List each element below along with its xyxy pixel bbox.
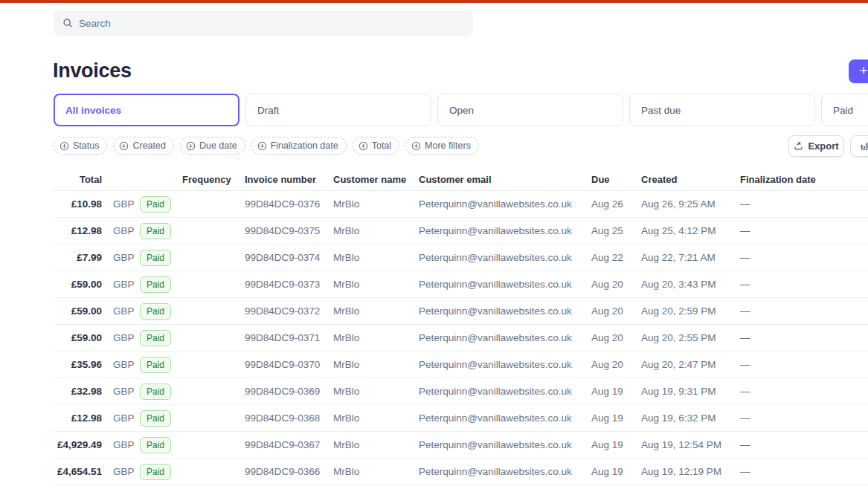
table-row[interactable]: £59.00 GBP Paid 99D84DC9-0371 MrBlo Pete…: [54, 325, 868, 352]
table-row[interactable]: £32.98 GBP Paid 99D84DC9-0369 MrBlo Pete…: [54, 378, 868, 405]
column-header-invoice-number: Invoice number: [245, 174, 333, 185]
tab-draft[interactable]: Draft: [245, 94, 431, 126]
column-header-frequency: Frequency: [182, 174, 245, 185]
invoice-number: 99D84DC9-0366: [245, 466, 333, 477]
customer-email: Peterquinn@vanillawebsites.co.uk: [419, 332, 591, 343]
invoice-currency: GBP: [102, 359, 134, 370]
invoice-total: £35.96: [71, 359, 102, 370]
finalization-date: —: [740, 252, 868, 263]
due-date: Aug 20: [591, 332, 641, 343]
invoice-currency: GBP: [102, 412, 134, 424]
customer-email: Peterquinn@vanillawebsites.co.uk: [419, 439, 591, 450]
due-date: Aug 19: [591, 386, 641, 397]
table-row[interactable]: £59.00 GBP Paid 99D84DC9-0373 MrBlo Pete…: [54, 271, 868, 298]
invoice-currency: GBP: [102, 305, 134, 317]
column-header-customer-email: Customer email: [419, 174, 591, 185]
finalization-date: —: [740, 198, 868, 210]
customer-email: Peterquinn@vanillawebsites.co.uk: [419, 386, 591, 397]
bar-chart-icon: [860, 141, 868, 151]
invoice-total: £12.98: [71, 412, 102, 424]
finalization-date: —: [740, 225, 868, 236]
customer-email: Peterquinn@vanillawebsites.co.uk: [419, 466, 591, 477]
invoice-status-tabs: All invoices Draft Open Past due Paid: [54, 94, 868, 126]
circle-plus-icon: [257, 141, 267, 151]
status-badge: Paid: [140, 303, 171, 320]
table-row[interactable]: £59.00 GBP Paid 99D84DC9-0372 MrBlo Pete…: [54, 298, 868, 325]
invoice-currency: GBP: [102, 225, 134, 236]
created-date: Aug 19, 12:19 PM: [641, 466, 740, 477]
search-input[interactable]: [79, 18, 464, 29]
search-bar[interactable]: [54, 10, 473, 36]
column-header-total: Total: [54, 174, 102, 185]
finalization-date: —: [740, 359, 868, 370]
invoice-number: 99D84DC9-0370: [245, 359, 333, 370]
filter-chip-due-date[interactable]: Due date: [180, 137, 245, 155]
invoice-number: 99D84DC9-0376: [245, 198, 333, 210]
created-date: Aug 20, 3:43 PM: [641, 279, 740, 290]
invoice-number: 99D84DC9-0371: [245, 332, 333, 343]
created-date: Aug 19, 6:32 PM: [641, 412, 740, 424]
status-badge: Paid: [140, 464, 171, 480]
accent-topbar: [0, 0, 868, 3]
analytics-button[interactable]: [850, 135, 868, 157]
status-badge: Paid: [140, 223, 171, 239]
add-invoice-button[interactable]: +: [849, 59, 868, 83]
filter-chip-row: Status Created Due date Finalization dat…: [54, 137, 479, 155]
filter-chip-more-filters[interactable]: More filters: [405, 137, 479, 155]
filter-chip-total[interactable]: Total: [353, 137, 399, 155]
customer-email: Peterquinn@vanillawebsites.co.uk: [419, 279, 591, 290]
status-badge: Paid: [140, 383, 171, 400]
invoice-total: £7.99: [77, 252, 102, 263]
circle-plus-icon: [60, 141, 69, 151]
table-row[interactable]: £10.98 GBP Paid 99D84DC9-0376 MrBlo Pete…: [54, 191, 868, 218]
page-title: Invoices: [53, 59, 132, 82]
filter-chip-finalization-date[interactable]: Finalization date: [251, 137, 347, 155]
due-date: Aug 20: [591, 279, 641, 290]
created-date: Aug 22, 7:21 AM: [641, 252, 740, 263]
customer-name: MrBlo: [333, 412, 419, 424]
filter-chip-created[interactable]: Created: [113, 137, 173, 155]
status-badge: Paid: [140, 196, 171, 213]
finalization-date: —: [740, 466, 868, 477]
table-row[interactable]: £7.99 GBP Paid 99D84DC9-0374 MrBlo Peter…: [54, 245, 868, 271]
invoice-number: 99D84DC9-0369: [245, 386, 333, 397]
invoice-currency: GBP: [102, 332, 134, 343]
filter-chip-status[interactable]: Status: [54, 137, 107, 155]
tab-past-due[interactable]: Past due: [629, 94, 815, 126]
created-date: Aug 26, 9:25 AM: [641, 198, 740, 210]
invoice-total: £12.98: [71, 225, 102, 236]
plus-icon: +: [859, 62, 867, 79]
finalization-date: —: [740, 279, 868, 290]
table-header-row: Total Frequency Invoice number Customer …: [54, 168, 868, 191]
invoice-total: £10.98: [71, 198, 102, 210]
status-badge: Paid: [140, 357, 171, 373]
invoice-currency: GBP: [102, 439, 134, 450]
tab-paid[interactable]: Paid: [821, 94, 868, 126]
invoice-currency: GBP: [102, 279, 134, 290]
customer-name: MrBlo: [333, 305, 419, 317]
customer-email: Peterquinn@vanillawebsites.co.uk: [419, 412, 591, 424]
customer-name: MrBlo: [333, 252, 419, 263]
customer-name: MrBlo: [333, 198, 419, 210]
status-badge: Paid: [140, 437, 171, 453]
due-date: Aug 26: [591, 198, 641, 210]
tab-all-invoices[interactable]: All invoices: [54, 94, 239, 126]
status-badge: Paid: [140, 250, 171, 266]
customer-name: MrBlo: [333, 359, 419, 370]
invoice-number: 99D84DC9-0373: [245, 279, 333, 290]
invoice-number: 99D84DC9-0375: [245, 225, 333, 236]
finalization-date: —: [740, 412, 868, 424]
due-date: Aug 20: [591, 305, 641, 317]
tab-open[interactable]: Open: [437, 94, 623, 126]
table-row[interactable]: £12.98 GBP Paid 99D84DC9-0375 MrBlo Pete…: [54, 218, 868, 245]
export-button[interactable]: Export: [788, 135, 844, 157]
table-row[interactable]: £12.98 GBP Paid 99D84DC9-0368 MrBlo Pete…: [54, 405, 868, 432]
invoice-total: £32.98: [71, 386, 102, 397]
invoice-currency: GBP: [102, 386, 134, 397]
due-date: Aug 19: [591, 412, 641, 424]
table-row[interactable]: £4,929.49 GBP Paid 99D84DC9-0367 MrBlo P…: [54, 432, 868, 459]
table-row[interactable]: £4,654.51 GBP Paid 99D84DC9-0366 MrBlo P…: [54, 459, 868, 485]
finalization-date: —: [740, 439, 868, 450]
created-date: Aug 20, 2:47 PM: [641, 359, 740, 370]
table-row[interactable]: £35.96 GBP Paid 99D84DC9-0370 MrBlo Pete…: [54, 352, 868, 378]
